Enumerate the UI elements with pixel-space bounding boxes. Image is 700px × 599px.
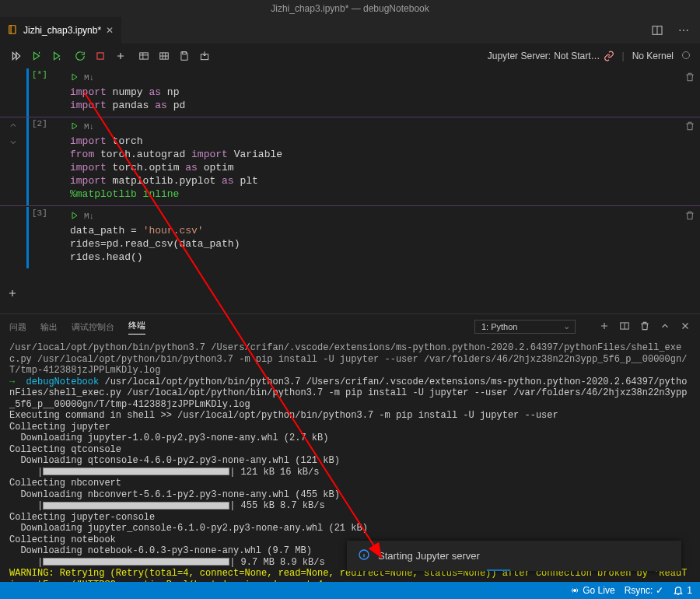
delete-cell-icon[interactable] bbox=[684, 72, 695, 86]
terminal-line: /usr/local/opt/python/bin/python3.7 /Use… bbox=[9, 342, 691, 377]
download-progress: || 121 kB 16 kB/s bbox=[9, 467, 691, 478]
save-icon[interactable] bbox=[177, 51, 191, 61]
close-icon[interactable]: ✕ bbox=[106, 25, 114, 36]
panel-tab-2[interactable]: 调试控制台 bbox=[72, 321, 114, 333]
terminal-line: Collecting qtconsole bbox=[9, 444, 691, 456]
statusbar: Go Live Rsync: ✓ 1 bbox=[0, 582, 700, 599]
terminal-line: Downloading nbconvert-5.6.1-py2.py3-none… bbox=[9, 489, 691, 501]
restart-icon[interactable] bbox=[73, 51, 87, 61]
svg-point-4 bbox=[687, 30, 688, 31]
tab-jizhi-chap3[interactable]: Jizhi_chap3.ipynb* ✕ bbox=[0, 17, 121, 44]
close-panel-icon[interactable] bbox=[680, 321, 691, 333]
svg-rect-12 bbox=[183, 52, 187, 54]
svg-marker-5 bbox=[12, 52, 16, 59]
maximize-panel-icon[interactable] bbox=[660, 321, 670, 333]
run-cell-icon[interactable] bbox=[70, 121, 79, 133]
svg-rect-9 bbox=[97, 53, 103, 59]
insert-cell-icon[interactable] bbox=[5, 285, 20, 301]
panel-tabbar: 问题输出调试控制台终端 1: Python bbox=[0, 314, 700, 339]
delete-cell-icon[interactable] bbox=[684, 121, 695, 135]
cell-code-editor[interactable]: import numpy as npimport pandas as pd bbox=[70, 86, 694, 112]
download-progress: || 455 kB 8.7 kB/s bbox=[9, 500, 691, 512]
cell-type-marker: M↓ bbox=[84, 122, 94, 131]
editor-tabs: Jizhi_chap3.ipynb* ✕ bbox=[0, 17, 700, 44]
move-up-icon[interactable] bbox=[9, 121, 18, 133]
svg-marker-16 bbox=[72, 123, 77, 129]
run-cell-icon[interactable] bbox=[70, 72, 79, 84]
ellipsis-icon[interactable] bbox=[677, 23, 691, 37]
kernel-idle-icon[interactable] bbox=[681, 51, 691, 62]
notebook-cell[interactable]: [3]M↓data_path = 'hour.csv'rides=pd.read… bbox=[0, 206, 700, 268]
run-cell-icon[interactable] bbox=[70, 211, 79, 222]
rsync-status[interactable]: Rsync: ✓ bbox=[625, 585, 664, 596]
tab-filename: Jizhi_chap3.ipynb* bbox=[23, 25, 101, 36]
delete-cell-icon[interactable] bbox=[684, 210, 695, 224]
panel-tab-3[interactable]: 终端 bbox=[128, 320, 145, 335]
interrupt-icon[interactable] bbox=[93, 51, 107, 61]
run-above-icon[interactable] bbox=[30, 51, 44, 61]
terminal-line: Downloading jupyter-1.0.0-py2.py3-none-a… bbox=[9, 433, 691, 444]
svg-point-20 bbox=[574, 590, 576, 592]
kernel-status[interactable]: No Kernel bbox=[632, 51, 674, 61]
svg-marker-7 bbox=[34, 52, 40, 59]
terminal-line: Collecting jupyter-console bbox=[9, 512, 691, 524]
terminal-selector-dropdown[interactable]: 1: Python bbox=[474, 320, 576, 334]
svg-rect-0 bbox=[9, 25, 16, 33]
svg-marker-8 bbox=[54, 52, 60, 59]
terminal-line: Downloading qtconsole-4.6.0-py2.py3-none… bbox=[9, 455, 691, 467]
add-cell-icon[interactable] bbox=[114, 51, 128, 61]
notification-text: Starting Jupyter server bbox=[378, 550, 480, 562]
terminal-line: Collecting nbconvert bbox=[9, 478, 691, 489]
notification-toast[interactable]: Starting Jupyter server bbox=[347, 541, 681, 571]
notebook-cell[interactable]: [2]M↓import torchfrom torch.autograd imp… bbox=[0, 117, 700, 206]
terminal-line: Collecting jupyter bbox=[9, 422, 691, 433]
terminal-line: Executing command in shell >> /usr/local… bbox=[9, 410, 691, 422]
cell-type-marker: M↓ bbox=[84, 212, 94, 221]
variables-icon[interactable] bbox=[137, 51, 151, 61]
jupyter-server-label: Jupyter Server: bbox=[488, 51, 551, 61]
show-data-icon[interactable] bbox=[157, 51, 171, 61]
terminal-line: Downloading jupyter_console-6.1.0-py2.py… bbox=[9, 523, 691, 534]
terminal-line: → debugNotebook /usr/local/opt/python/bi… bbox=[9, 377, 691, 411]
split-terminal-icon[interactable] bbox=[619, 321, 630, 333]
jupyter-server-status[interactable]: Not Start… bbox=[554, 51, 600, 61]
svg-marker-17 bbox=[72, 212, 77, 219]
cell-exec-count: [3] bbox=[32, 208, 47, 218]
new-terminal-icon[interactable] bbox=[599, 321, 610, 333]
server-link-icon[interactable] bbox=[604, 51, 614, 61]
window-title: Jizhi_chap3.ipynb* — debugNotebook bbox=[271, 3, 429, 14]
notification-bell[interactable]: 1 bbox=[673, 585, 692, 596]
notification-progress bbox=[487, 569, 510, 571]
kill-terminal-icon[interactable] bbox=[639, 321, 650, 333]
go-live-button[interactable]: Go Live bbox=[570, 585, 614, 596]
cell-exec-count: [2] bbox=[32, 119, 47, 128]
run-below-icon[interactable] bbox=[50, 51, 64, 61]
notebook-cell[interactable]: [*]M↓import numpy as npimport pandas as … bbox=[0, 68, 700, 117]
cell-code-editor[interactable]: data_path = 'hour.csv'rides=pd.read_csv(… bbox=[70, 224, 694, 264]
info-icon bbox=[358, 548, 370, 563]
notebook-view[interactable]: [*]M↓import numpy as npimport pandas as … bbox=[0, 68, 700, 314]
svg-marker-15 bbox=[72, 74, 77, 80]
window-titlebar: Jizhi_chap3.ipynb* — debugNotebook bbox=[0, 0, 700, 17]
panel-tab-1[interactable]: 输出 bbox=[40, 321, 58, 333]
svg-point-2 bbox=[679, 30, 681, 31]
svg-point-14 bbox=[683, 51, 690, 58]
svg-point-3 bbox=[683, 30, 684, 31]
cell-type-marker: M↓ bbox=[84, 73, 94, 82]
svg-rect-10 bbox=[140, 53, 149, 59]
notebook-icon bbox=[8, 24, 19, 37]
move-down-icon[interactable] bbox=[9, 138, 18, 150]
cell-code-editor[interactable]: import torchfrom torch.autograd import V… bbox=[70, 135, 694, 201]
run-all-icon[interactable] bbox=[9, 51, 23, 61]
notebook-toolbar: Jupyter Server: Not Start… | No Kernel bbox=[0, 44, 700, 68]
split-editor-icon[interactable] bbox=[650, 23, 664, 37]
export-icon[interactable] bbox=[198, 51, 212, 61]
cell-exec-count: [*] bbox=[32, 70, 47, 79]
panel-tab-0[interactable]: 问题 bbox=[9, 321, 26, 333]
